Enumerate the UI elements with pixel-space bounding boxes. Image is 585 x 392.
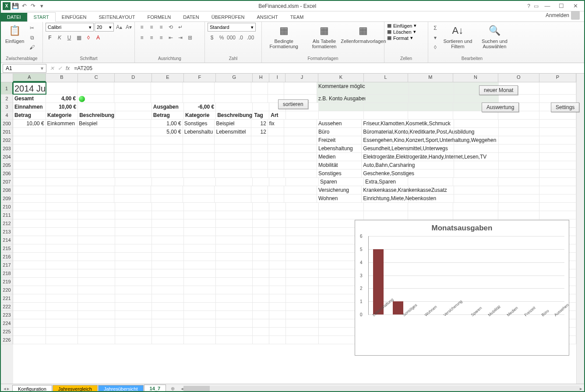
align-left-icon[interactable]: ≡: [137, 33, 146, 42]
sheet-tab-jahresuebersicht[interactable]: Jahresübersicht: [98, 385, 144, 392]
cell-A213[interactable]: [13, 228, 46, 236]
cell-J211[interactable]: [286, 211, 319, 219]
cell-A220[interactable]: [13, 286, 46, 294]
cell-P206[interactable]: [539, 170, 576, 177]
cell-C205[interactable]: [78, 161, 114, 169]
cell-E203[interactable]: [151, 145, 183, 152]
clear-icon[interactable]: ◊: [431, 43, 440, 52]
cell-L3[interactable]: [364, 103, 408, 111]
cell-G210[interactable]: [216, 203, 253, 211]
cell-H220[interactable]: [253, 286, 269, 294]
cell-D207[interactable]: [115, 178, 152, 186]
cell-M205[interactable]: [409, 161, 454, 169]
cell-I201[interactable]: [268, 128, 285, 136]
cell-B223[interactable]: [46, 311, 78, 319]
row-header-3[interactable]: 3: [1, 103, 13, 111]
cell-J209[interactable]: [284, 194, 317, 202]
cell-E201[interactable]: 5,00 €: [151, 128, 183, 136]
cell-I202[interactable]: [268, 136, 285, 144]
cell-L201[interactable]: Büromaterial,Konto,Kreditkarte,Post,Ausb…: [362, 128, 409, 136]
cell-L210[interactable]: [364, 203, 408, 211]
cell-L4[interactable]: [364, 111, 408, 119]
cell-M3[interactable]: [408, 103, 453, 111]
cell-D210[interactable]: [115, 203, 152, 211]
cell-C207[interactable]: [78, 178, 115, 186]
fill-icon[interactable]: ▾: [431, 33, 440, 42]
cell-I223[interactable]: [269, 311, 286, 319]
cell-J222[interactable]: [286, 303, 319, 311]
cell-L207[interactable]: Extra,Sparen: [364, 178, 408, 186]
cell-J4[interactable]: [286, 111, 319, 119]
cell-P203[interactable]: [539, 145, 576, 152]
cell-O200[interactable]: [499, 120, 539, 127]
cell-C225[interactable]: [78, 328, 115, 335]
cell-O202[interactable]: [499, 136, 539, 144]
cell-F210[interactable]: [184, 203, 216, 211]
cell-C218[interactable]: [78, 269, 115, 277]
cell-N204[interactable]: [454, 153, 499, 161]
cell-J207[interactable]: [286, 178, 319, 186]
cell-N206[interactable]: [454, 170, 499, 177]
cell-I221[interactable]: [269, 294, 286, 302]
align-middle-icon[interactable]: ≡: [147, 23, 156, 32]
cell-J204[interactable]: [284, 153, 317, 161]
cell-D225[interactable]: [115, 328, 152, 335]
cell-M208[interactable]: [409, 186, 454, 194]
cell-M201[interactable]: [409, 128, 454, 136]
sheet-tab-active[interactable]: 14_7: [144, 385, 166, 392]
cell-D205[interactable]: [114, 161, 151, 169]
cell-D217[interactable]: [115, 261, 152, 269]
row-header-213[interactable]: 213: [1, 228, 13, 236]
col-header-J[interactable]: J: [285, 74, 318, 82]
row-header-221[interactable]: 221: [1, 294, 13, 303]
neuer-monat-button[interactable]: neuer Monat: [479, 85, 518, 95]
cell-P201[interactable]: [539, 128, 576, 136]
cell-I215[interactable]: [269, 244, 286, 252]
increase-decimal-icon[interactable]: .0: [236, 33, 245, 42]
cell-G204[interactable]: [215, 153, 251, 161]
cell-J225[interactable]: [286, 328, 319, 335]
cell-O204[interactable]: [499, 153, 539, 161]
cell-G221[interactable]: [216, 294, 253, 302]
cell-H202[interactable]: [251, 136, 268, 144]
border-icon[interactable]: ▦: [74, 33, 83, 42]
select-all-corner[interactable]: [1, 74, 13, 82]
cell-F207[interactable]: [184, 178, 216, 186]
cell-G202[interactable]: [215, 136, 251, 144]
cell-H3[interactable]: [253, 103, 269, 111]
cell-J215[interactable]: [286, 244, 319, 252]
cell-D221[interactable]: [115, 294, 152, 302]
row-header-219[interactable]: 219: [1, 278, 13, 286]
cell-H226[interactable]: [253, 336, 269, 344]
cell-L209[interactable]: Einrichtung,Miete,Nebenkosten: [362, 194, 409, 202]
cell-J1[interactable]: [284, 82, 317, 94]
tab-view[interactable]: ANSICHT: [250, 13, 284, 21]
wrap-text-icon[interactable]: ↵: [176, 23, 185, 32]
cell-C217[interactable]: [78, 261, 115, 269]
italic-icon[interactable]: K: [55, 33, 64, 42]
cell-B222[interactable]: [46, 303, 78, 311]
cell-H223[interactable]: [253, 311, 269, 319]
cell-G225[interactable]: [216, 328, 253, 335]
format-painter-icon[interactable]: 🖌: [28, 43, 36, 52]
row-header-225[interactable]: 225: [1, 328, 13, 336]
cell-H215[interactable]: [253, 244, 269, 252]
cell-B215[interactable]: [46, 244, 78, 252]
cell-D200[interactable]: [114, 120, 151, 127]
cell-D220[interactable]: [115, 286, 152, 294]
cell-J201[interactable]: [284, 128, 317, 136]
cell-F201[interactable]: Lebenshaltu: [183, 128, 215, 136]
cell-N200[interactable]: [454, 120, 499, 127]
cell-I219[interactable]: [269, 278, 286, 286]
cell-F226[interactable]: [184, 336, 216, 344]
col-header-N[interactable]: N: [453, 74, 498, 82]
cell-H201[interactable]: 12: [251, 128, 268, 136]
tab-file[interactable]: DATEI: [1, 13, 27, 21]
sheet-tab-konfiguration[interactable]: Konfiguration: [12, 385, 52, 392]
cell-O205[interactable]: [499, 161, 539, 169]
cell-J220[interactable]: [286, 286, 319, 294]
cell-B220[interactable]: [46, 286, 78, 294]
orientation-icon[interactable]: ⟲: [166, 23, 175, 32]
currency-icon[interactable]: $: [208, 33, 216, 42]
cell-D204[interactable]: [114, 153, 151, 161]
